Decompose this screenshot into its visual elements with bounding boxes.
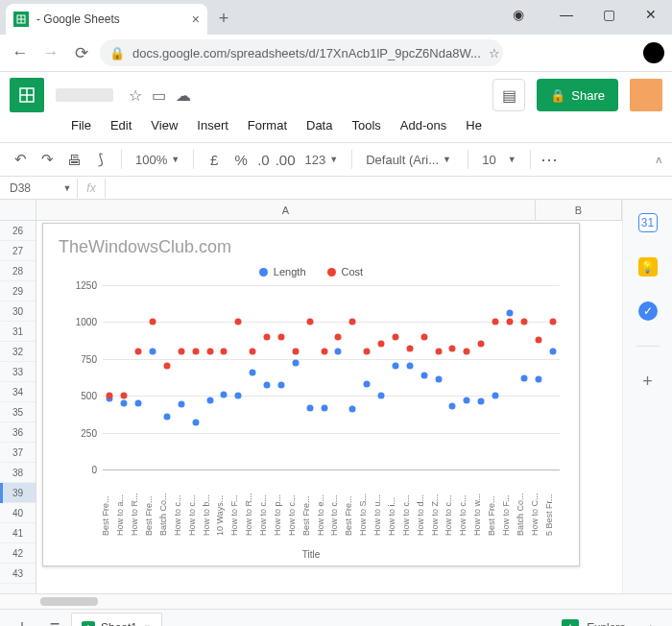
url-text: docs.google.com/spreadsheets/d/17XnAcb1l… [132,46,481,60]
chart-title: TheWindowsClub.com [59,237,231,257]
chart-point [364,349,371,355]
number-format-select[interactable]: 123▼ [301,153,343,167]
browser-tab[interactable]: - Google Sheets × [6,4,207,35]
toolbar: ↶ ↷ 🖶 ⟆ 100%▼ £ % .0 .00 123▼ Default (A… [0,142,672,177]
chart-point [406,346,413,352]
menu-data[interactable]: Data [299,116,340,134]
row-header[interactable]: 33 [0,362,36,382]
chart-point [435,349,442,355]
addons-plus-icon[interactable]: + [638,372,658,391]
redo-icon[interactable]: ↷ [36,151,58,168]
toolbar-more-icon[interactable]: ⋯ [540,149,560,170]
chart-point [492,319,499,325]
share-button[interactable]: 🔒 Share [537,79,618,111]
name-box-dropdown-icon[interactable]: ▼ [58,183,77,193]
nav-back-icon[interactable]: ← [8,40,33,65]
currency-button[interactable]: £ [204,152,225,168]
horizontal-scrollbar[interactable] [0,593,672,609]
cell-reference[interactable]: D38 [0,181,58,195]
row-header[interactable]: 32 [0,342,36,362]
doc-title[interactable] [56,88,113,102]
tab-close-icon[interactable]: × [192,12,200,27]
column-header[interactable]: B [536,200,622,220]
menu-he[interactable]: He [458,116,490,134]
profile-indicator[interactable]: ◉ [497,0,540,29]
row-header[interactable]: 41 [0,523,36,543]
menu-insert[interactable]: Insert [189,116,236,134]
font-size-select[interactable]: 10▼ [478,153,519,167]
window-minimize[interactable]: — [545,0,588,29]
column-header[interactable]: A [36,200,536,220]
decrease-decimal-button[interactable]: .0 [257,152,270,168]
print-icon[interactable]: 🖶 [63,152,84,168]
row-header[interactable]: 31 [0,322,36,342]
menu-view[interactable]: View [143,116,185,134]
add-sheet-button[interactable]: + [6,614,38,627]
bookmark-star-icon[interactable]: ☆ [489,46,500,60]
nav-reload-icon[interactable]: ⟳ [69,40,94,65]
row-header[interactable]: 26 [0,221,36,241]
select-all-corner[interactable] [0,200,36,220]
chart-point [178,349,184,355]
menu-format[interactable]: Format [240,116,295,134]
keep-addon-icon[interactable]: 💡 [638,257,658,277]
new-tab-button[interactable]: + [213,8,234,29]
url-box[interactable]: 🔒 docs.google.com/spreadsheets/d/17XnAcb… [100,39,503,66]
chart-point [192,349,199,355]
account-avatar[interactable] [630,79,662,111]
comments-button[interactable]: ▤ [492,79,525,111]
row-header[interactable]: 38 [0,463,36,483]
chart-point [464,397,470,403]
menu-tools[interactable]: Tools [344,116,388,134]
window-close[interactable]: ✕ [630,0,672,29]
lock-icon: 🔒 [109,46,125,60]
cloud-icon[interactable]: ☁ [176,86,191,105]
chart-point [492,393,499,399]
chart-point [349,319,356,325]
calendar-addon-icon[interactable]: 31 [638,213,658,232]
chart-point [163,413,170,420]
menu-add-ons[interactable]: Add-ons [393,116,454,134]
menu-edit[interactable]: Edit [103,116,139,134]
sheet-tab[interactable]: 1 Sheet1 ▼ [71,613,162,626]
row-header[interactable]: 27 [0,241,36,261]
nav-forward-icon[interactable]: → [38,40,63,65]
sidepanel-toggle-icon[interactable]: › [637,619,666,627]
paint-format-icon[interactable]: ⟆ [90,151,111,168]
increase-decimal-button[interactable]: .00 [276,152,296,168]
move-icon[interactable]: ▭ [152,86,166,105]
window-maximize[interactable]: ▢ [588,0,630,29]
collapse-toolbar-icon[interactable]: ʌ [656,154,662,166]
lock-icon: 🔒 [550,88,565,103]
sheets-logo[interactable] [10,78,44,112]
all-sheets-button[interactable]: ≡ [38,614,71,627]
chart-point [250,349,256,355]
tasks-addon-icon[interactable]: ✓ [638,301,658,321]
undo-icon[interactable]: ↶ [10,151,31,168]
percent-button[interactable]: % [230,152,252,168]
chart-point [406,363,413,370]
row-header[interactable]: 35 [0,402,36,422]
profile-avatar[interactable] [643,42,664,63]
name-box-bar: D38 ▼ fx [0,177,672,200]
zoom-select[interactable]: 100%▼ [132,153,183,167]
embedded-chart[interactable]: TheWindowsClub.com LengthCost 0250500750… [42,223,580,566]
row-header[interactable]: 36 [0,422,36,443]
row-header[interactable]: 30 [0,301,36,322]
browser-address-bar: ← → ⟳ 🔒 docs.google.com/spreadsheets/d/1… [0,35,672,71]
row-header[interactable]: 39 [0,483,36,503]
chart-point [378,341,385,348]
menu-file[interactable]: File [63,116,99,134]
row-header[interactable]: 40 [0,503,36,523]
chart-point [335,349,342,355]
star-icon[interactable]: ☆ [129,86,142,105]
row-header[interactable]: 43 [0,564,36,584]
explore-button[interactable]: ✦ Explore [550,619,637,627]
cells-area[interactable]: TheWindowsClub.com LengthCost 0250500750… [36,221,622,593]
row-header[interactable]: 37 [0,443,36,463]
font-select[interactable]: Default (Ari...▼ [362,153,458,167]
row-header[interactable]: 29 [0,281,36,301]
row-header[interactable]: 42 [0,543,36,564]
row-header[interactable]: 34 [0,382,36,402]
row-header[interactable]: 28 [0,261,36,281]
